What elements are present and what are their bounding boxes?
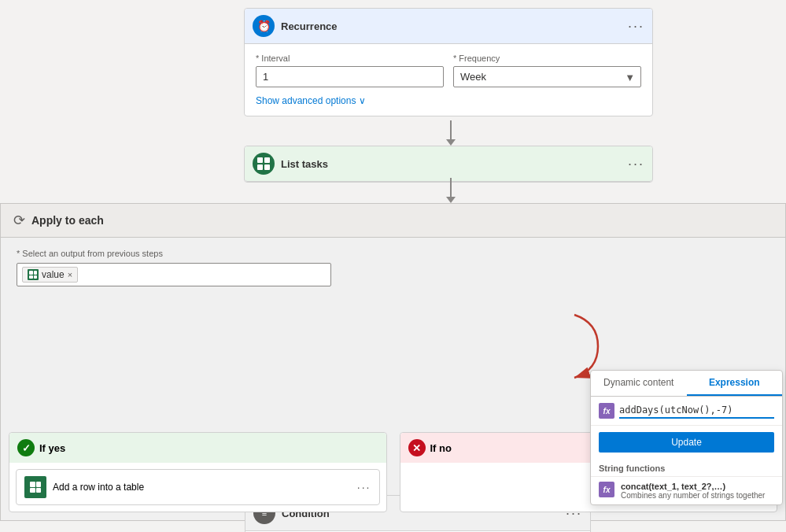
- recurrence-icon: ⏰: [253, 15, 275, 37]
- excel-grid-icon: [30, 482, 41, 493]
- show-advanced-label: Show advanced options: [256, 95, 356, 106]
- if-yes-body: Add a row into a table ···: [9, 463, 386, 512]
- apply-to-each-body: * Select an output from previous steps v…: [1, 238, 785, 286]
- list-tasks-block: List tasks ···: [244, 146, 653, 183]
- output-tag-icon: [28, 269, 39, 280]
- frequency-group: * Frequency Week Minute Hour Day Month ▼: [453, 54, 641, 87]
- concat-fx-icon: fx: [599, 482, 614, 497]
- list-tasks-more-button[interactable]: ···: [628, 156, 644, 172]
- frequency-label: * Frequency: [453, 54, 641, 63]
- recurrence-header: ⏰ Recurrence ···: [245, 9, 652, 44]
- update-button[interactable]: Update: [599, 432, 774, 453]
- output-tag-grid-icon: [29, 271, 37, 279]
- recurrence-title: Recurrence: [281, 20, 628, 32]
- canvas: ⏰ Recurrence ··· * Interval * Frequency …: [0, 0, 786, 532]
- connector-line-2: [450, 178, 452, 197]
- recurrence-block: ⏰ Recurrence ··· * Interval * Frequency …: [244, 8, 653, 116]
- show-advanced-button[interactable]: Show advanced options ∨: [256, 95, 641, 106]
- tab-expression[interactable]: Expression: [687, 371, 783, 396]
- concat-function-info: concat(text_1, text_2?,…) Combines any n…: [621, 482, 765, 500]
- concat-function-name[interactable]: concat(text_1, text_2?,…): [621, 482, 765, 491]
- add-row-label: Add a row into a table: [53, 482, 351, 493]
- interval-input[interactable]: [256, 66, 444, 87]
- expression-input[interactable]: [619, 403, 774, 419]
- if-yes-label: If yes: [39, 442, 65, 454]
- concat-function-desc: Combines any number of strings together: [621, 491, 765, 500]
- if-yes-icon: ✓: [17, 439, 35, 456]
- apply-to-each-header: ⟳ Apply to each: [1, 204, 785, 238]
- interval-label: * Interval: [256, 54, 444, 63]
- expression-row: fx: [591, 397, 782, 426]
- output-tag-label: value: [42, 269, 65, 280]
- show-advanced-chevron-icon: ∨: [359, 95, 366, 106]
- connector-line-1: [450, 120, 452, 139]
- add-row-more-button[interactable]: ···: [357, 481, 371, 493]
- list-tasks-title: List tasks: [281, 158, 628, 170]
- recurrence-more-button[interactable]: ···: [628, 18, 644, 35]
- panel-tabs: Dynamic content Expression: [591, 371, 782, 397]
- connector-arrow-2: [446, 197, 456, 203]
- string-functions-label: String functions: [591, 459, 782, 476]
- output-tag-close-button[interactable]: ×: [68, 270, 72, 279]
- apply-to-each-icon: ⟳: [13, 212, 25, 229]
- connector-1: [446, 120, 456, 146]
- if-yes-header: ✓ If yes: [9, 433, 386, 463]
- recurrence-fields-row: * Interval * Frequency Week Minute Hour …: [256, 54, 641, 87]
- grid-icon: [257, 157, 270, 170]
- output-input-row[interactable]: value ×: [17, 263, 331, 286]
- if-yes-branch: ✓ If yes Add a row into a table ···: [9, 432, 387, 512]
- add-row-block: Add a row into a table ···: [16, 469, 380, 505]
- fx-badge-icon: fx: [599, 403, 614, 419]
- connector-2: [446, 178, 456, 203]
- interval-group: * Interval: [256, 54, 444, 87]
- if-no-label: If no: [430, 442, 452, 454]
- apply-to-each-title: Apply to each: [31, 214, 104, 227]
- output-tag: value ×: [22, 267, 78, 283]
- frequency-select[interactable]: Week Minute Hour Day Month: [453, 66, 641, 87]
- select-output-label: * Select an output from previous steps: [17, 249, 769, 258]
- connector-arrow-1: [446, 139, 456, 146]
- if-no-icon: ✕: [408, 439, 426, 456]
- tab-dynamic-content[interactable]: Dynamic content: [591, 371, 687, 396]
- recurrence-body: * Interval * Frequency Week Minute Hour …: [245, 44, 652, 116]
- concat-function-item: fx concat(text_1, text_2?,…) Combines an…: [591, 476, 782, 504]
- dynamic-content-panel: Dynamic content Expression fx Update Str…: [590, 370, 783, 505]
- excel-icon: [24, 476, 46, 498]
- list-tasks-header: List tasks ···: [245, 146, 652, 182]
- frequency-select-wrapper: Week Minute Hour Day Month ▼: [453, 66, 641, 87]
- list-tasks-icon: [253, 153, 275, 175]
